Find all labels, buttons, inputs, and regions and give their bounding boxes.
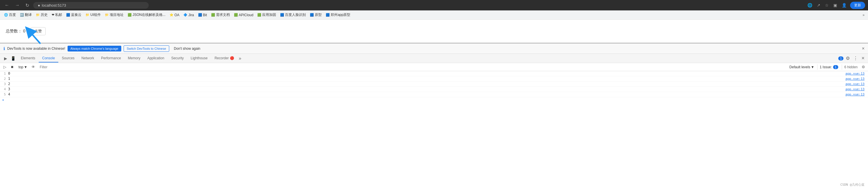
devtools-notification: ℹ DevTools is now available in Chinese! …	[0, 44, 868, 54]
bookmark-label: 百度	[9, 12, 16, 17]
console-gear-icon[interactable]: ⚙	[861, 64, 866, 70]
bookmark-label: 郑州app原型	[331, 12, 350, 17]
line-value: 2	[8, 82, 845, 86]
bookmark-project[interactable]: 📁 项目地址	[103, 12, 125, 18]
issue-badge[interactable]: 1 Issue: 1	[817, 64, 841, 70]
bookmark-label: 蓝奏云	[71, 12, 82, 17]
file-reference[interactable]: app.vue:13	[845, 77, 868, 81]
project-icon: 📁	[105, 13, 109, 17]
bookmark-apicloud[interactable]: 🟩 APICloud	[232, 12, 255, 18]
bookmark-label: 需求文档	[216, 12, 230, 17]
dont-show-again[interactable]: Don't show again	[172, 46, 203, 51]
bookmark-label: 历史	[41, 12, 48, 17]
inspect-icon[interactable]: ▶	[2, 55, 9, 62]
bookmark-reinforce[interactable]: 🟩 应用加固	[255, 12, 278, 18]
tab-console[interactable]: Console	[39, 54, 58, 62]
bookmark-baidu[interactable]: 🌐 百度	[2, 12, 18, 18]
face-icon: 🟦	[280, 13, 284, 17]
line-value: 3	[8, 87, 845, 91]
always-match-button[interactable]: Always match Chrome's language	[68, 46, 121, 52]
bookmark-jira[interactable]: 🔷 Jira	[182, 12, 195, 18]
bookmarks-bar: 🌐 百度 🔤 翻译 📁 历史 ❤ 私邮 🟦 蓝奏云 📁 UI组件 📁 项目地址 …	[0, 10, 868, 20]
console-line-5: 5 4 app.vue:13	[0, 92, 868, 97]
bookmark-prototype[interactable]: 🟦 原型	[308, 12, 323, 18]
baidu-icon: 🌐	[4, 13, 8, 17]
bookmark-oa[interactable]: ⭐ OA	[168, 12, 181, 18]
tab-performance[interactable]: Performance	[98, 54, 124, 62]
bookmark-json[interactable]: 🟩 JSON在线解析及格...	[126, 12, 167, 18]
line-number: 1	[0, 72, 8, 76]
line-value: 1	[8, 77, 845, 81]
top-label: top	[19, 65, 23, 69]
console-filter-button[interactable]: ◾	[9, 64, 16, 70]
profile-icon[interactable]: 👤	[841, 2, 848, 8]
reinforce-icon: 🟩	[257, 13, 261, 17]
bookmark-label: 翻译	[25, 12, 32, 17]
share-icon[interactable]: ↗	[816, 2, 822, 8]
bookmark-simail[interactable]: ❤ 私邮	[50, 12, 64, 18]
bookmark-lanzou[interactable]: 🟦 蓝奏云	[64, 12, 83, 18]
console-clear-button[interactable]: ▷	[2, 64, 7, 70]
ui-folder-icon: 📁	[86, 13, 90, 17]
line-number: 2	[0, 77, 8, 81]
switch-devtools-button[interactable]: Switch DevTools to Chinese	[124, 46, 169, 52]
devtools-more-button[interactable]: ⋮	[852, 54, 859, 62]
tab-recorder[interactable]: Recorder 🔴	[211, 54, 238, 62]
bookmark-zhengzhou[interactable]: 🟦 郑州app原型	[324, 12, 352, 18]
back-button[interactable]: ←	[3, 2, 11, 8]
console-top-select[interactable]: top ▼	[17, 64, 29, 70]
console-filter-input[interactable]	[37, 64, 786, 70]
line-value: 0	[8, 72, 845, 76]
line-number: 3	[0, 82, 8, 86]
update-button[interactable]: 更新	[850, 2, 865, 9]
like-button[interactable]: 点赞	[31, 27, 45, 35]
bookmark-label: OA	[175, 13, 179, 17]
file-reference[interactable]: app.vue:13	[845, 92, 868, 96]
bookmark-icon[interactable]: ☆	[824, 2, 830, 8]
notification-close-button[interactable]: ×	[862, 46, 865, 51]
refresh-button[interactable]: ↻	[24, 2, 31, 9]
bookmark-face[interactable]: 🟦 百度人脸识别	[278, 12, 308, 18]
info-icon: ℹ	[3, 46, 5, 51]
page-area: 总赞数： 0 点赞	[0, 20, 868, 43]
address-bar[interactable]: ● localhost:5173	[33, 2, 149, 9]
line-value: 4	[8, 92, 845, 96]
console-output: 1 0 app.vue:13 2 1 app.vue:13 3 2 app.vu…	[0, 71, 868, 188]
bookmark-bit[interactable]: 🟦 Bit	[196, 12, 209, 18]
api-icon: 🟩	[234, 13, 238, 17]
file-reference[interactable]: app.vue:13	[845, 82, 868, 86]
forward-button[interactable]: →	[13, 2, 21, 8]
device-icon[interactable]: 📱	[9, 55, 17, 62]
bookmark-history[interactable]: 📁 历史	[34, 12, 50, 18]
tab-count-badge: 1	[838, 56, 843, 60]
file-reference[interactable]: app.vue:13	[845, 87, 868, 91]
tab-memory[interactable]: Memory	[124, 54, 144, 62]
bookmark-label: Jira	[188, 13, 194, 17]
tab-lighthouse[interactable]: Lighthouse	[187, 54, 211, 62]
mail-icon: ❤	[52, 13, 54, 17]
issue-count: 1	[833, 65, 838, 69]
tab-security[interactable]: Security	[168, 54, 187, 62]
tab-elements[interactable]: Elements	[17, 54, 39, 62]
bookmark-label: Bit	[203, 13, 207, 17]
bookmark-label: APICloud	[239, 13, 253, 17]
file-reference[interactable]: app.vue:13	[845, 72, 868, 76]
bookmark-ui[interactable]: 📁 UI组件	[84, 12, 102, 18]
translate-bm-icon: 🔤	[20, 13, 24, 17]
bookmarks-more[interactable]: »	[861, 12, 866, 18]
req-icon: 🟩	[211, 13, 215, 17]
levels-select[interactable]: Default levels ▼	[788, 64, 816, 70]
tab-sources[interactable]: Sources	[58, 54, 78, 62]
bookmark-requirements[interactable]: 🟩 需求文档	[209, 12, 231, 18]
console-line-2: 2 1 app.vue:13	[0, 76, 868, 82]
more-tabs[interactable]: »	[238, 55, 243, 62]
sidebar-icon[interactable]: ▣	[832, 2, 838, 8]
translate-icon[interactable]: 🌐	[806, 2, 813, 8]
devtools-close-button[interactable]: ×	[860, 54, 866, 62]
tab-network[interactable]: Network	[78, 54, 98, 62]
eye-icon[interactable]: 👁	[30, 64, 36, 70]
devtools-settings-button[interactable]: ⚙	[845, 54, 851, 62]
tab-application[interactable]: Application	[144, 54, 168, 62]
levels-label: Default levels	[789, 65, 810, 69]
bookmark-translate[interactable]: 🔤 翻译	[18, 12, 33, 18]
